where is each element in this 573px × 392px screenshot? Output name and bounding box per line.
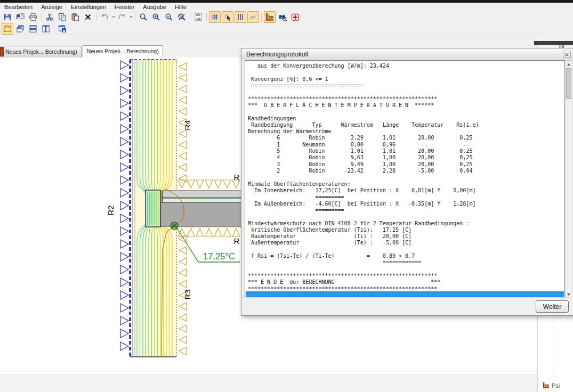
zoom-in-icon <box>152 13 160 21</box>
menu-item-anzeige[interactable]: Anzeige <box>37 3 67 11</box>
slab-top-bc-triangle <box>187 180 195 188</box>
search-icon <box>278 13 287 21</box>
interior-bc-triangle <box>179 108 187 115</box>
boundary-label-r-bottom: R <box>234 236 240 246</box>
exterior-bc-triangle <box>120 125 128 133</box>
isotherms-icon <box>265 13 274 21</box>
close-icon <box>565 53 569 56</box>
recalculate-icon <box>194 13 203 21</box>
dialog-titlebar[interactable]: Berechnungsprotokoll <box>241 48 573 61</box>
canvas-bottom-strip <box>0 374 537 392</box>
slab-top-bc-triangle <box>205 180 213 188</box>
interior-bc-triangle <box>179 130 187 137</box>
background-panel-titlebar <box>534 41 573 45</box>
workspace-save-button[interactable] <box>57 23 68 35</box>
save-button[interactable] <box>2 11 13 23</box>
zoom-off-icon <box>177 13 186 21</box>
interior-bc-triangle <box>179 269 187 276</box>
exterior-bc-triangle <box>120 86 128 95</box>
psi-logo-icon <box>543 382 550 389</box>
redo-dropdown-arrow-icon[interactable] <box>128 12 133 22</box>
scroll-up-icon[interactable] <box>566 61 572 68</box>
weiter-button[interactable]: Weiter <box>536 300 569 313</box>
windows-tile-vertical-button[interactable] <box>40 23 52 35</box>
slab-bottom-bc-triangle <box>214 228 222 236</box>
interior-bc-triangle <box>179 96 187 104</box>
exterior-bc-triangle <box>120 112 128 120</box>
interior-bc-triangle <box>179 303 187 310</box>
select-nodes-button[interactable] <box>222 11 233 23</box>
toolbar-separator <box>54 24 54 33</box>
scrollbar-thumb[interactable] <box>566 68 571 99</box>
section-lines-button[interactable] <box>235 11 246 23</box>
docked-icon-fragment <box>0 47 4 56</box>
slab-top-bc-triangle <box>214 180 222 188</box>
exterior-bc-triangle <box>120 227 128 235</box>
copy-icon <box>58 13 67 21</box>
window-new-button[interactable] <box>2 23 13 35</box>
interior-bc-triangle <box>179 63 187 70</box>
menu-item-ausgabe[interactable]: Ausgabe <box>139 3 170 11</box>
exterior-bc-triangle <box>120 61 128 69</box>
psi-panel-badge: Psi <box>543 382 560 389</box>
toolbar-separator <box>41 13 42 21</box>
windows-tile-horizontal-button[interactable] <box>27 23 39 35</box>
protocol-text-area[interactable]: aus der Konvergenzberechung [W/m]: 23,42… <box>245 60 565 298</box>
interior-bc-triangle <box>179 314 187 321</box>
cut-icon <box>45 13 54 21</box>
interior-bc-triangle <box>179 141 187 149</box>
interior-bc-triangle <box>179 85 187 93</box>
dialog-title: Berechnungsprotokoll <box>241 51 308 58</box>
toolbar-separator <box>96 13 96 21</box>
search-button[interactable] <box>277 11 288 23</box>
profile-curve-button[interactable] <box>247 11 259 23</box>
exterior-bc-triangle <box>120 291 128 299</box>
interior-bc-triangle <box>179 336 187 344</box>
psi-panel-label: Psi <box>552 382 560 389</box>
zoom-off-button[interactable] <box>176 11 188 23</box>
workspace-save-icon <box>58 24 67 33</box>
menu-item-hilfe[interactable]: Hilfe <box>171 3 191 11</box>
delete-button[interactable] <box>82 11 94 23</box>
exterior-bc-triangle <box>120 74 128 82</box>
menu-item-fenster[interactable]: Fenster <box>110 3 139 11</box>
zoom-out-icon <box>165 13 173 21</box>
zoom-in-button[interactable] <box>150 11 162 23</box>
exterior-bc-triangle <box>120 214 128 223</box>
save-all-button[interactable] <box>14 11 26 23</box>
delete-icon <box>84 13 92 21</box>
protocol-scrollbar[interactable] <box>565 60 572 298</box>
windows-cascade-button[interactable] <box>14 23 26 35</box>
cut-button[interactable] <box>44 11 55 23</box>
zoom-button[interactable] <box>138 11 149 23</box>
interior-bc-triangle <box>179 258 187 265</box>
interior-bc-triangle <box>179 152 187 160</box>
isotherms-button[interactable] <box>264 11 276 23</box>
grid-button[interactable] <box>209 11 221 23</box>
slab-bottom-bc-triangle <box>205 228 213 236</box>
slab-bottom-bc-triangle <box>196 228 204 236</box>
diagnostics-icon <box>291 13 300 21</box>
copy-button[interactable] <box>57 11 68 23</box>
menu-item-einstellungen[interactable]: Einstellungen <box>67 3 110 11</box>
exterior-bc-triangle <box>120 201 128 210</box>
dialog-close-button[interactable] <box>563 51 571 58</box>
redo-button[interactable] <box>116 11 128 23</box>
print-button[interactable] <box>27 11 39 23</box>
undo-dropdown-arrow-icon[interactable] <box>111 12 116 22</box>
section-lines-icon <box>236 13 245 21</box>
paste-button[interactable] <box>69 11 81 23</box>
tab-2-active[interactable]: Neues Projek... Berechnung) <box>83 45 163 58</box>
menu-item-bearbeiten[interactable]: Bearbeiten <box>0 3 37 11</box>
exterior-bc-triangle <box>120 163 128 172</box>
recalculate-button[interactable] <box>192 11 204 23</box>
exterior-bc-triangle <box>120 189 128 197</box>
windows-tile-horizontal-icon <box>29 24 37 33</box>
zoom-out-button[interactable] <box>163 11 175 23</box>
slab-bottom-bc-triangle <box>187 228 195 236</box>
berechnungsprotokoll-dialog: Berechnungsprotokoll aus der Konvergenzb… <box>241 48 573 316</box>
undo-button[interactable] <box>99 11 110 23</box>
exterior-bc-triangle <box>120 150 128 159</box>
diagnostics-button[interactable] <box>289 11 301 23</box>
tab-1[interactable]: Neues Projek... Berechnung) <box>1 46 82 58</box>
